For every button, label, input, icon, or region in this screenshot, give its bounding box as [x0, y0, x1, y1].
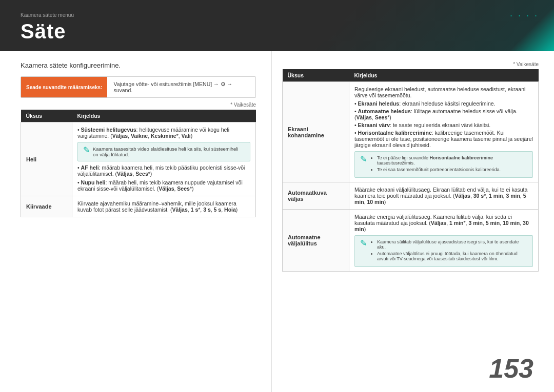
desc-automaatkuva: Määrake ekraani väljalülitusaeg. Ekraan … [349, 182, 539, 210]
left-panel: Kaamera sätete konfigureerimine. Seade s… [0, 51, 272, 392]
instruction-text: Vajutage võtte- või esitusrežiimis [MENU… [107, 77, 255, 97]
table-row: Heli • Süsteemi helitugevus: helitugevus… [21, 122, 256, 196]
main-content: Kaamera sätete konfigureerimine. Seade s… [0, 51, 554, 392]
desc-ekraani: Reguleerige ekraani heledust, automaatse… [349, 82, 539, 182]
table-row: Ekraani kohandamine Reguleerige ekraani … [283, 82, 539, 182]
header-subtitle: Kaamera sätete menüü [21, 12, 533, 18]
note-box-heli: ✎ Kaamera taasesitab video slaidiesituse… [77, 142, 250, 161]
instruction-label: Seade suvandite määramiseks: [21, 77, 107, 97]
vaikesate-right: * Vaikesäte [282, 61, 539, 67]
right-settings-table: Üksus Kirjeldus Ekraani kohandamine Regu… [282, 69, 539, 272]
header-accent-bg [492, 0, 554, 51]
desc-automaatne: Määrake energia väljalülitusaeg. Kaamera… [349, 210, 539, 272]
header-dots: · · · · [510, 10, 539, 21]
note-icon-ekraani: ✎ [360, 154, 367, 164]
right-col-desc: Kirjeldus [349, 69, 539, 82]
table-row: Kiirvaade Kiirvaate ajavahemiku määramin… [21, 196, 256, 217]
note-box-ekraani: ✎ Te ei pääse ligi suvandile Horisontaal… [354, 151, 533, 178]
note-text-heli: Kaamera taasesitab video slaidiesituse h… [93, 146, 245, 157]
note-icon: ✎ [83, 145, 90, 155]
table-row: Automaatne väljalülitus Määrake energia … [283, 210, 539, 272]
unit-automaatkuva: Automaatkuva väljas [283, 182, 349, 210]
note-box-automaatne: ✎ Kaamera säilitab väljalülituse ajasead… [354, 235, 533, 267]
unit-heli: Heli [21, 122, 72, 196]
unit-kiirvaade: Kiirvaade [21, 196, 72, 217]
note-icon-automaatne: ✎ [360, 238, 367, 248]
table-row: Automaatkuva väljas Määrake ekraani välj… [283, 182, 539, 210]
header: · · · · Kaamera sätete menüü Säte [0, 0, 554, 51]
desc-kiirvaade: Kiirvaate ajavahemiku määramine–vahemik,… [72, 196, 256, 217]
page-number: 153 [489, 353, 533, 384]
left-col-desc: Kirjeldus [72, 110, 256, 122]
unit-automaatne: Automaatne väljalülitus [283, 210, 349, 272]
note-list-automaatne: Kaamera säilitab väljalülituse ajaseadis… [370, 239, 527, 263]
left-col-unit: Üksus [21, 110, 72, 122]
note-list-ekraani: Te ei pääse ligi suvandile Horisontaalne… [370, 155, 527, 174]
section-title: Kaamera sätete konfigureerimine. [21, 61, 256, 69]
vaikesate-left: * Vaikesäte [21, 102, 256, 108]
left-settings-table: Üksus Kirjeldus Heli • Süsteemi helituge… [21, 110, 256, 217]
instruction-box: Seade suvandite määramiseks: Vajutage võ… [21, 76, 256, 98]
right-col-unit: Üksus [283, 69, 349, 82]
header-title: Säte [21, 20, 533, 43]
unit-ekraani: Ekraani kohandamine [283, 82, 349, 182]
desc-heli: • Süsteemi helitugevus: helitugevuse mää… [72, 122, 256, 196]
right-panel: * Vaikesäte Üksus Kirjeldus Ekraani koha… [272, 51, 554, 392]
